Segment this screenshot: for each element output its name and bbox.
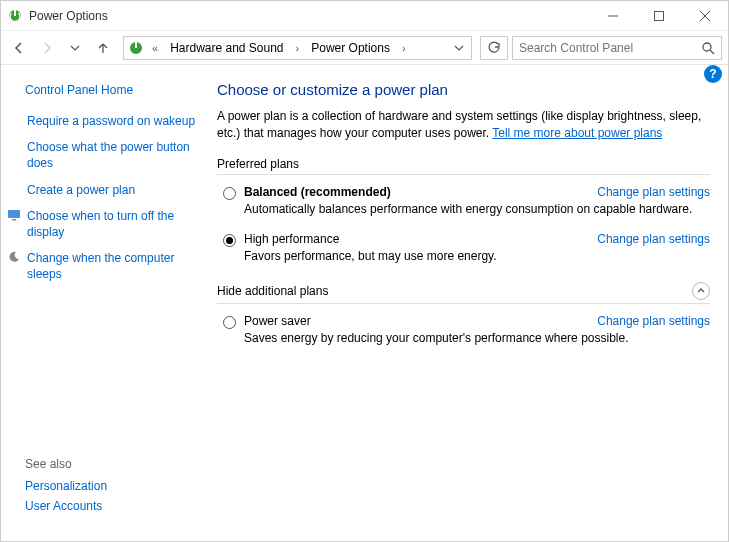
see-also-personalization[interactable]: Personalization [25,479,201,493]
plan-power-saver: Power saver Change plan settings Saves e… [223,314,710,347]
help-icon[interactable]: ? [704,65,722,83]
plan-balanced: Balanced (recommended) Change plan setti… [223,185,710,218]
page-title: Choose or customize a power plan [217,81,710,98]
radio-balanced[interactable] [223,187,236,200]
plan-name[interactable]: Power saver [244,314,311,328]
plan-name[interactable]: High performance [244,232,339,246]
address-dropdown-button[interactable] [451,36,467,60]
recent-locations-button[interactable] [63,36,87,60]
radio-high-performance[interactable] [223,234,236,247]
intro-link[interactable]: Tell me more about power plans [492,126,662,140]
close-button[interactable] [682,1,728,31]
breadcrumb-power-options[interactable]: Power Options [307,39,394,57]
svg-line-9 [710,50,714,54]
search-icon [701,41,715,55]
sidebar-link-turn-off-display[interactable]: Choose when to turn off the display [27,208,201,240]
radio-power-saver[interactable] [223,316,236,329]
svg-rect-3 [655,11,664,20]
sidebar-link-require-password[interactable]: Require a password on wakeup [27,113,195,129]
main-content: ? Choose or customize a power plan A pow… [211,65,728,541]
refresh-button[interactable] [480,36,508,60]
svg-point-8 [703,43,711,51]
address-bar[interactable]: « Hardware and Sound › Power Options › [123,36,472,60]
titlebar: Power Options [1,1,728,31]
search-input[interactable] [519,41,701,55]
preferred-plans-label: Preferred plans [217,157,710,175]
see-also-label: See also [25,457,201,471]
change-plan-settings-link[interactable]: Change plan settings [597,232,710,246]
plan-name[interactable]: Balanced (recommended) [244,185,391,199]
svg-rect-7 [135,42,137,48]
forward-button[interactable] [35,36,59,60]
search-box[interactable] [512,36,722,60]
back-button[interactable] [7,36,31,60]
plan-desc: Favors performance, but may use more ene… [244,248,710,265]
intro-text: A power plan is a collection of hardware… [217,108,710,143]
monitor-icon [7,208,21,222]
sidebar-link-sleep[interactable]: Change when the computer sleeps [27,250,201,282]
breadcrumb-prefix: « [150,42,160,54]
svg-rect-1 [14,10,16,16]
chevron-right-icon: › [294,42,302,54]
sidebar: Control Panel Home Require a password on… [1,65,211,541]
minimize-button[interactable] [590,1,636,31]
power-options-icon [128,40,144,56]
plan-desc: Saves energy by reducing your computer's… [244,330,710,347]
change-plan-settings-link[interactable]: Change plan settings [597,185,710,199]
plan-high-performance: High performance Change plan settings Fa… [223,232,710,265]
maximize-button[interactable] [636,1,682,31]
see-also-user-accounts[interactable]: User Accounts [25,499,201,513]
breadcrumb-hardware-and-sound[interactable]: Hardware and Sound [166,39,287,57]
power-options-icon [7,8,23,24]
plan-desc: Automatically balances performance with … [244,201,710,218]
svg-rect-10 [8,210,20,218]
chevron-right-icon: › [400,42,408,54]
additional-plans-label: Hide additional plans [217,282,710,304]
svg-rect-11 [12,219,16,221]
moon-icon [7,250,21,264]
change-plan-settings-link[interactable]: Change plan settings [597,314,710,328]
control-panel-home-link[interactable]: Control Panel Home [25,83,201,97]
collapse-additional-button[interactable] [692,282,710,300]
up-button[interactable] [91,36,115,60]
window-title: Power Options [29,9,108,23]
window-controls [590,1,728,31]
sidebar-link-create-plan[interactable]: Create a power plan [27,182,135,198]
sidebar-link-power-button[interactable]: Choose what the power button does [27,139,201,171]
navbar: « Hardware and Sound › Power Options › [1,31,728,65]
